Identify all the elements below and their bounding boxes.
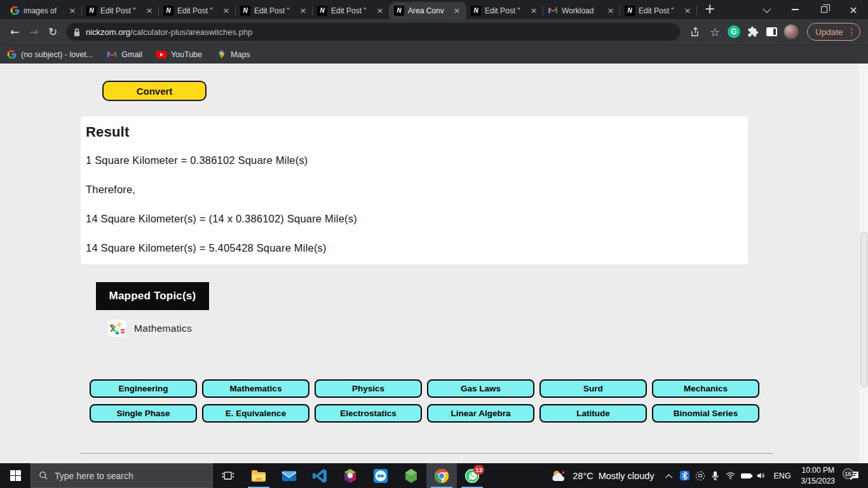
taskbar-weather-widget[interactable]: 28°C Mostly cloudy [543,463,661,488]
tab-edit-post-5[interactable]: N Edit Post " × [466,2,543,19]
back-icon[interactable]: ← [5,22,24,41]
tab-edit-post-2[interactable]: N Edit Post " × [159,2,236,19]
taskbar-teamviewer[interactable] [365,463,396,488]
mathematics-icon: x+ [108,320,126,337]
tab-close-icon[interactable]: × [452,6,462,16]
window-controls: × [751,0,868,19]
bookmark-youtube[interactable]: YouTube [156,50,202,60]
wifi-icon[interactable] [723,463,738,488]
tab-close-icon[interactable]: × [298,6,308,16]
bookmark-label: Gmail [121,50,142,59]
topic-button-grid: Engineering Mathematics Physics Gas Laws… [90,379,760,423]
taskbar-file-explorer[interactable] [243,463,274,488]
topic-button-engineering[interactable]: Engineering [90,379,197,398]
tab-images[interactable]: images of × [5,2,82,19]
tab-workload[interactable]: Workload × [543,2,620,19]
side-panel-icon[interactable] [763,22,782,41]
minimize-button[interactable] [780,0,810,19]
topic-button-latitude[interactable]: Latitude [539,404,647,423]
topic-button-surd[interactable]: Surd [539,379,647,398]
tab-title: images of [24,6,65,15]
google-favicon [10,6,20,16]
screen-snip-icon[interactable] [693,463,708,488]
topic-button-mechanics[interactable]: Mechanics [652,379,759,398]
microphone-icon[interactable] [708,463,723,488]
tab-search-chevron-icon[interactable] [751,0,780,19]
result-line-2: Therefore, [86,184,743,196]
taskbar-chrome[interactable] [426,463,457,488]
taskbar-cube-app[interactable] [335,463,365,488]
tab-close-icon[interactable]: × [529,6,539,16]
bookmark-gmail[interactable]: Gmail [107,50,142,60]
weather-icon [551,469,567,483]
topic-button-linear-algebra[interactable]: Linear Algebra [427,404,534,423]
topic-button-binomial-series[interactable]: Binomial Series [652,404,759,423]
new-tab-button[interactable]: + [701,1,719,18]
topic-button-physics[interactable]: Physics [315,379,422,398]
tab-close-icon[interactable]: × [144,6,154,16]
grammarly-extension-icon[interactable]: G [724,22,743,41]
address-bar[interactable]: nickzom.org/calculator-plus/areaswitches… [66,23,680,41]
tab-close-icon[interactable]: × [221,6,231,16]
tab-edit-post-3[interactable]: N Edit Post " × [236,2,313,19]
taskbar-search-box[interactable]: Type here to search [31,463,213,488]
forward-icon[interactable]: → [24,22,43,41]
taskbar-mail[interactable] [274,463,304,488]
topic-button-gas-laws[interactable]: Gas Laws [427,379,534,398]
vertical-scrollbar[interactable] [859,64,868,463]
taskbar-green-gem-app[interactable] [396,463,426,488]
tab-close-icon[interactable]: × [606,6,616,16]
windows-logo-icon [10,470,21,481]
vscode-icon [311,468,328,484]
chrome-update-button[interactable]: Update ⋮ [807,23,860,41]
topic-button-electrostatics[interactable]: Electrostatics [315,404,422,423]
tab-edit-post-6[interactable]: N Edit Post " × [620,2,697,19]
taskbar-clock[interactable]: 10:00 PM 3/15/2023 [796,465,840,485]
tab-close-icon[interactable]: × [682,6,693,16]
share-icon[interactable] [686,22,705,41]
close-window-button[interactable]: × [839,0,868,19]
tab-area-converter-active[interactable]: N Area Conv × [390,2,466,19]
taskbar-whatsapp[interactable]: 13 [457,463,487,488]
restore-button[interactable] [810,0,839,19]
hidden-icons-chevron[interactable] [662,463,677,488]
bookmark-no-subject[interactable]: (no subject) - lovet... [6,50,93,60]
reload-icon[interactable]: ↻ [43,22,62,41]
gmail-icon [107,50,117,60]
mapped-topic-mathematics[interactable]: x+ Mathematics [108,320,192,337]
bookmark-star-icon[interactable]: ☆ [705,22,724,41]
nickzom-favicon: N [471,6,481,16]
battery-icon[interactable] [738,463,754,488]
taskbar-vscode[interactable] [304,463,335,488]
start-button[interactable] [0,463,31,488]
task-view-button[interactable] [213,463,243,488]
language-indicator[interactable]: ENG [769,471,796,480]
bluetooth-icon[interactable] [677,463,693,488]
convert-button[interactable]: Convert [102,81,207,101]
scrollbar-thumb[interactable] [860,232,867,388]
file-explorer-icon [250,468,267,484]
topic-button-mathematics[interactable]: Mathematics [202,379,309,398]
svg-text:x: x [110,323,116,334]
topic-button-single-phase[interactable]: Single Phase [90,404,197,423]
notification-center-button[interactable]: 16 [840,470,868,482]
result-heading: Result [86,124,743,140]
result-line-4: 14 Square Kilometer(s) = 5.405428 Square… [86,242,743,254]
lock-icon [74,28,80,36]
profile-avatar[interactable] [782,22,801,41]
tab-edit-post-1[interactable]: N Edit Post " × [82,2,159,19]
webpage-content: Convert Result 1 Square Kilometer = 0.38… [0,64,868,463]
extensions-puzzle-icon[interactable] [743,22,763,41]
youtube-icon [156,50,166,60]
tab-close-icon[interactable]: × [67,6,78,16]
tab-edit-post-4[interactable]: N Edit Post " × [313,2,390,19]
browser-menu-icon[interactable]: ⋮ [848,27,857,37]
bookmark-label: Maps [231,50,250,59]
topic-button-e-equivalence[interactable]: E. Equivalence [202,404,309,423]
volume-icon[interactable] [754,463,769,488]
bookmark-maps[interactable]: Maps [216,50,250,60]
teamviewer-icon [372,468,389,484]
tab-close-icon[interactable]: × [375,6,385,16]
maps-icon [216,50,226,60]
mapped-topics-heading: Mapped Topic(s) [96,282,209,310]
